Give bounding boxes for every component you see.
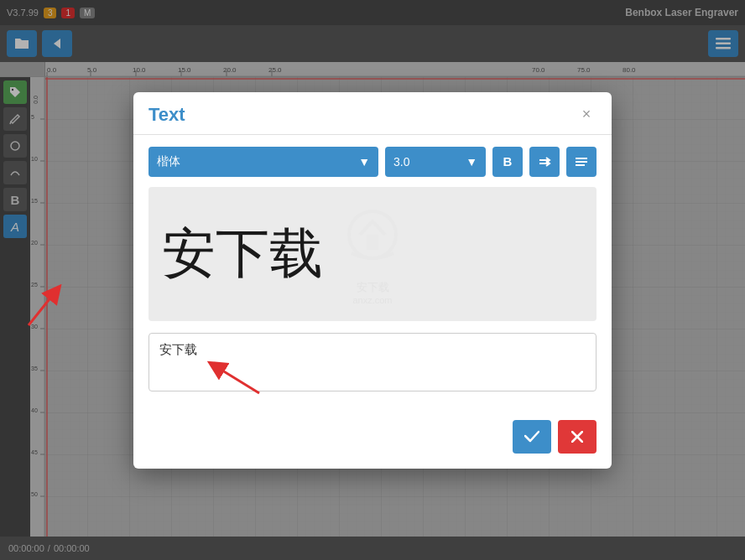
watermark: 安下载 anxz.com xyxy=(335,203,410,305)
arrow-sidebar xyxy=(22,283,72,334)
text-input[interactable]: 安下载 xyxy=(148,333,597,391)
modal-header: Text × xyxy=(133,92,612,135)
align-button[interactable] xyxy=(566,147,597,177)
modal-title: Text xyxy=(148,104,185,126)
text-input-wrapper: 安下载 xyxy=(148,333,597,408)
confirm-button[interactable] xyxy=(513,420,551,454)
font-family-arrow: ▼ xyxy=(358,155,370,169)
watermark-text: 安下载 xyxy=(335,280,410,295)
modal-backdrop: Text × 楷体 ▼ 3.0 ▼ xyxy=(0,0,745,560)
close-button[interactable]: × xyxy=(576,105,597,125)
font-family-label: 楷体 xyxy=(157,154,180,169)
svg-point-54 xyxy=(349,211,396,258)
cancel-button[interactable] xyxy=(558,420,597,454)
modal-body: 楷体 ▼ 3.0 ▼ B xyxy=(133,135,612,420)
app-container: V3.7.99 3 1 M Benbox Laser Engraver xyxy=(0,0,745,560)
svg-line-50 xyxy=(29,292,55,325)
font-family-select[interactable]: 楷体 ▼ xyxy=(148,147,378,177)
text-preview: 安下载 安下载 anxz.com xyxy=(148,187,597,321)
font-controls: 楷体 ▼ 3.0 ▼ B xyxy=(148,147,597,177)
preview-text-content: 安下载 xyxy=(162,227,323,281)
svg-rect-55 xyxy=(367,235,378,250)
shuffle-button[interactable] xyxy=(529,147,560,177)
watermark-url: anxz.com xyxy=(335,295,410,305)
font-size-select[interactable]: 3.0 ▼ xyxy=(385,147,486,177)
font-size-arrow: ▼ xyxy=(466,155,477,169)
modal-footer xyxy=(133,420,612,469)
font-size-label: 3.0 xyxy=(393,155,409,169)
bold-button[interactable]: B xyxy=(492,147,523,177)
text-dialog: Text × 楷体 ▼ 3.0 ▼ xyxy=(133,92,612,469)
